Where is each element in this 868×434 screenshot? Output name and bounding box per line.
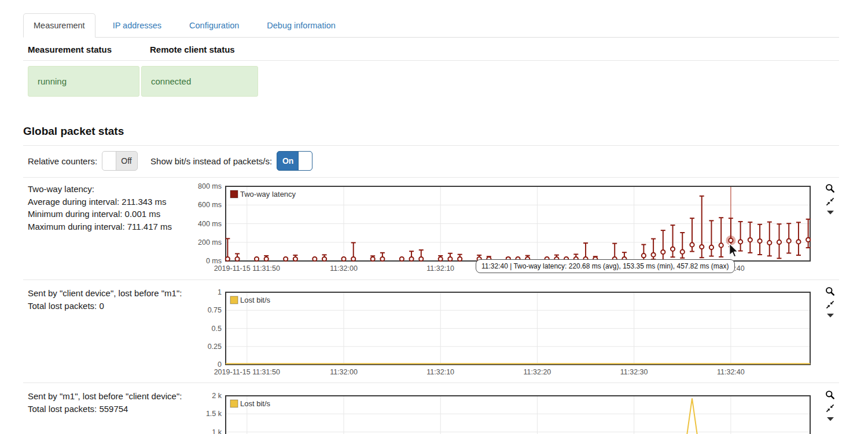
info-line: Sent by "m1", lost before "client device… xyxy=(28,390,199,403)
show-bits-label: Show bit/s instead of packets/s: xyxy=(150,156,272,166)
tab-bar: Measurement IP addresses Configuration D… xyxy=(23,12,839,38)
controls-row: Relative counters: Off Show bit/s instea… xyxy=(28,150,312,172)
info-line: Total lost packets: 0 xyxy=(28,300,199,312)
svg-text:200 ms: 200 ms xyxy=(198,238,222,247)
chevron-down-icon[interactable] xyxy=(827,417,834,421)
svg-text:Lost bit/s: Lost bit/s xyxy=(240,399,271,408)
svg-text:1.5 k: 1.5 k xyxy=(206,410,222,418)
row-divider xyxy=(23,382,839,383)
svg-text:11:32:10: 11:32:10 xyxy=(426,368,454,376)
zoom-icon[interactable] xyxy=(825,390,835,400)
svg-text:11:32:40: 11:32:40 xyxy=(717,368,745,376)
info-line: Average during interval: 211.343 ms xyxy=(28,196,199,208)
zoom-icon[interactable] xyxy=(825,183,835,193)
svg-text:11:32:30: 11:32:30 xyxy=(620,368,648,376)
toggle-handle xyxy=(102,152,116,170)
svg-text:2 k: 2 k xyxy=(212,392,222,400)
tab-measurement[interactable]: Measurement xyxy=(23,13,95,38)
svg-text:0: 0 xyxy=(218,361,222,369)
status-divider xyxy=(23,60,839,61)
tab-ip-addresses[interactable]: IP addresses xyxy=(102,13,172,38)
info-line: Two-way latency: xyxy=(28,183,199,196)
toggle-handle xyxy=(298,152,312,170)
info-line: Minimum during interval: 0.001 ms xyxy=(28,208,199,220)
mouse-cursor xyxy=(729,243,739,258)
svg-text:11:32:00: 11:32:00 xyxy=(330,368,358,376)
row-divider xyxy=(23,177,839,178)
svg-text:0.5: 0.5 xyxy=(212,325,222,333)
svg-text:2019-11-15 11:31:50: 2019-11-15 11:31:50 xyxy=(214,264,280,273)
measurement-status-badge: running xyxy=(28,66,139,97)
remote-client-status-badge: connected xyxy=(141,66,258,97)
status-badges: running connected xyxy=(28,66,258,97)
status-header-row: Measurement status Remote client status xyxy=(28,45,272,54)
svg-text:Lost bit/s: Lost bit/s xyxy=(240,296,271,304)
svg-text:0.75: 0.75 xyxy=(208,306,222,314)
toggle-state-label: Off xyxy=(116,152,137,170)
chevron-down-icon[interactable] xyxy=(827,210,834,215)
svg-text:600 ms: 600 ms xyxy=(198,201,222,209)
svg-text:Two-way latency: Two-way latency xyxy=(240,190,296,198)
svg-text:11:32:10: 11:32:10 xyxy=(426,264,454,273)
collapse-icon[interactable] xyxy=(826,300,834,309)
svg-text:800 ms: 800 ms xyxy=(198,182,222,190)
lost-client-to-m1-info: Sent by "client device", lost before "m1… xyxy=(28,287,199,312)
collapse-icon[interactable] xyxy=(826,404,834,413)
tab-debug-information[interactable]: Debug information xyxy=(256,13,346,38)
lost-m1-to-client-info: Sent by "m1", lost before "client device… xyxy=(28,390,199,415)
info-line: Sent by "client device", lost before "m1… xyxy=(28,287,199,300)
svg-text:11:32:00: 11:32:00 xyxy=(330,264,358,273)
svg-text:1 k: 1 k xyxy=(212,428,222,434)
svg-text:1: 1 xyxy=(218,288,222,296)
svg-text:11:32:20: 11:32:20 xyxy=(524,368,551,376)
svg-text:400 ms: 400 ms xyxy=(198,220,222,228)
lost-bits-chart-m1-to-client[interactable]: 1 k1.5 k2 kLost bit/s xyxy=(191,391,822,434)
relative-counters-label: Relative counters: xyxy=(28,156,97,166)
svg-text:0 ms: 0 ms xyxy=(206,257,222,265)
measurement-status-header: Measurement status xyxy=(28,45,150,54)
chart-controls xyxy=(825,286,835,318)
chart-tooltip: 11:32:40 | Two-way latency: 220.68 ms (a… xyxy=(476,259,735,273)
relative-counters-toggle[interactable]: Off xyxy=(102,151,138,171)
chart-controls xyxy=(825,390,835,421)
lost-bits-chart-client-to-m1[interactable]: 00.250.50.7512019-11-15 11:31:5011:32:00… xyxy=(191,288,822,381)
remote-client-status-header: Remote client status xyxy=(150,45,272,54)
tab-configuration[interactable]: Configuration xyxy=(179,13,249,38)
svg-text:0.25: 0.25 xyxy=(208,343,222,351)
chevron-down-icon[interactable] xyxy=(827,313,834,318)
row-divider xyxy=(23,279,839,280)
measurement-page: Measurement IP addresses Configuration D… xyxy=(0,0,868,434)
collapse-icon[interactable] xyxy=(826,197,834,206)
page-title: Global packet stats xyxy=(23,125,124,138)
svg-text:2019-11-15 11:31:50: 2019-11-15 11:31:50 xyxy=(214,368,280,376)
toggle-state-label: On xyxy=(277,152,299,170)
show-bits-toggle[interactable]: On xyxy=(277,151,312,171)
info-line: Total lost packets: 559754 xyxy=(28,403,199,415)
chart-controls xyxy=(825,183,835,215)
section-divider xyxy=(23,145,839,146)
info-line: Maximum during interval: 711.417 ms xyxy=(28,220,199,233)
latency-info: Two-way latency: Average during interval… xyxy=(28,183,199,233)
zoom-icon[interactable] xyxy=(825,286,835,296)
